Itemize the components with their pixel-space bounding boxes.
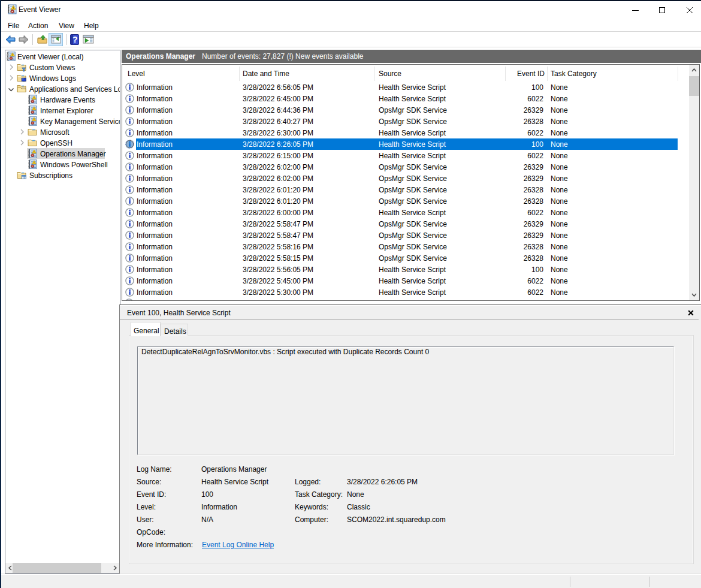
svg-text:?: ? [72,35,78,44]
